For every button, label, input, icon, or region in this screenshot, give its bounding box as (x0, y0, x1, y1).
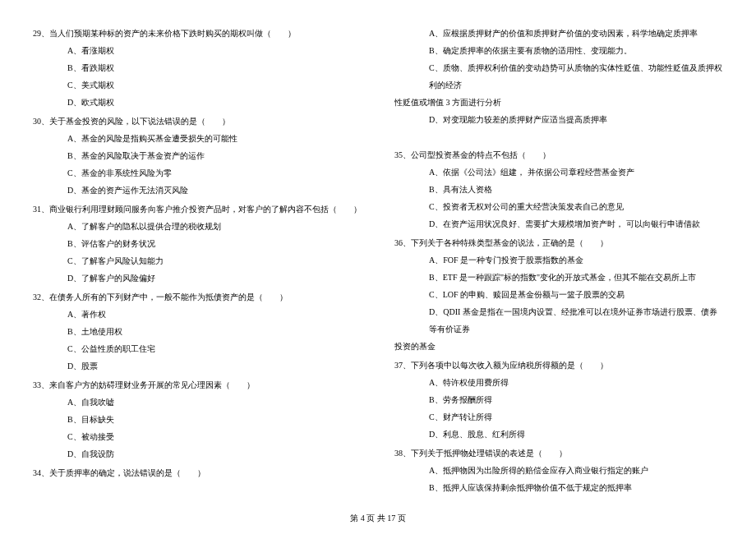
q32-opt-b: B、土地使用权 (33, 323, 362, 340)
left-column: 29、当人们预期某种标的资产的未来价格下跌时购买的期权叫做（ ） A、看涨期权 … (33, 25, 362, 501)
right-column: A、应根据质押财产的价值和质押财产价值的变动因素，科学地确定质押率 B、确定质押… (394, 25, 723, 501)
q35-opt-a: A、依据《公司法》组建， 并依据公司章程经营基金资产 (394, 163, 723, 181)
q30-text: 30、关于基金投资的风险，以下说法错误的是（ ） (33, 113, 362, 130)
q29-opt-c: C、美式期权 (33, 76, 362, 94)
q35-text: 35、公司型投资基金的特点不包括（ ） (394, 146, 723, 163)
spacer (394, 130, 723, 146)
q33-opt-c: C、被动接受 (33, 428, 362, 445)
q32-opt-c: C、公益性质的职工住宅 (33, 340, 362, 357)
q33-opt-a: A、自我吹嘘 (33, 394, 362, 411)
q36-opt-d: D、QDII 基金是指在一国境内设置、经批准可以在境外证券市场进行股票、债券等有… (394, 303, 723, 338)
content-columns: 29、当人们预期某种标的资产的未来价格下跌时购买的期权叫做（ ） A、看涨期权 … (33, 25, 723, 501)
q37-opt-a: A、特许权使用费所得 (394, 374, 723, 391)
q31-opt-a: A、了解客户的隐私以提供合理的税收规划 (33, 218, 362, 235)
q31-opt-b: B、评估客户的财务状况 (33, 235, 362, 252)
q34-opt-a: A、应根据质押财产的价值和质押财产价值的变动因素，科学地确定质押率 (394, 25, 723, 42)
q36-opt-d-cont: 投资的基金 (394, 338, 723, 355)
q31-text: 31、商业银行利用理财顾问服务向客户推介投资产品时，对客户的了解内容不包括（ ） (33, 200, 362, 218)
q33-opt-d: D、自我设防 (33, 445, 362, 463)
question-29: 29、当人们预期某种标的资产的未来价格下跌时购买的期权叫做（ ） A、看涨期权 … (33, 25, 362, 111)
q38-opt-a: A、抵押物因为出险所得的赔偿金应存入商业银行指定的账户 (394, 462, 723, 479)
q36-text: 36、下列关于各种特殊类型基金的说法，正确的是（ ） (394, 234, 723, 251)
q34-opt-b: B、确定质押率的依据主要有质物的适用性、变现能力。 (394, 42, 723, 59)
q37-opt-b: B、劳务报酬所得 (394, 391, 723, 408)
q31-opt-d: D、了解客户的风险偏好 (33, 269, 362, 287)
question-31: 31、商业银行利用理财顾问服务向客户推介投资产品时，对客户的了解内容不包括（ ）… (33, 200, 362, 287)
question-36: 36、下列关于各种特殊类型基金的说法，正确的是（ ） A、FOF 是一种专门投资… (394, 234, 723, 355)
question-34: 34、关于质押率的确定，说法错误的是（ ） (33, 464, 362, 481)
q34-opt-c-cont: 性贬值或增值 3 方面进行分析 (394, 94, 723, 111)
q34-text: 34、关于质押率的确定，说法错误的是（ ） (33, 464, 362, 481)
q35-opt-d: D、在资产运用状况良好、需要扩大规模增加资产时， 可以向银行申请借款 (394, 215, 723, 232)
q29-opt-d: D、欧式期权 (33, 94, 362, 111)
q36-opt-b: B、ETF 是一种跟踪"标的指数"变化的开放式基金，但其不能在交易所上市 (394, 269, 723, 286)
q35-opt-b: B、具有法人资格 (394, 181, 723, 198)
q34-opt-d: D、对变现能力较差的质押财产应适当提高质押率 (394, 111, 723, 128)
q32-opt-d: D、股票 (33, 357, 362, 375)
q37-text: 37、下列各项中以每次收入额为应纳税所得额的是（ ） (394, 357, 723, 374)
question-37: 37、下列各项中以每次收入额为应纳税所得额的是（ ） A、特许权使用费所得 B、… (394, 357, 723, 443)
q29-text: 29、当人们预期某种标的资产的未来价格下跌时购买的期权叫做（ ） (33, 25, 362, 42)
question-35: 35、公司型投资基金的特点不包括（ ） A、依据《公司法》组建， 并依据公司章程… (394, 146, 723, 232)
q30-opt-a: A、基金的风险是指购买基金遭受损失的可能性 (33, 130, 362, 147)
q36-opt-a: A、FOF 是一种专门投资于股票指数的基金 (394, 251, 723, 269)
q33-opt-b: B、目标缺失 (33, 411, 362, 428)
question-33: 33、来自客户方的妨碍理财业务开展的常见心理因素（ ） A、自我吹嘘 B、目标缺… (33, 376, 362, 463)
q30-opt-d: D、基金的资产运作无法消灭风险 (33, 182, 362, 199)
question-30: 30、关于基金投资的风险，以下说法错误的是（ ） A、基金的风险是指购买基金遭受… (33, 113, 362, 199)
q33-text: 33、来自客户方的妨碍理财业务开展的常见心理因素（ ） (33, 376, 362, 394)
q37-opt-c: C、财产转让所得 (394, 408, 723, 426)
q29-opt-a: A、看涨期权 (33, 42, 362, 59)
q29-opt-b: B、看跌期权 (33, 59, 362, 76)
q30-opt-b: B、基金的风险取决于基金资产的运作 (33, 147, 362, 164)
q36-opt-c: C、LOF 的申购、赎回是基金份额与一篮子股票的交易 (394, 286, 723, 303)
q37-opt-d: D、利息、股息、红利所得 (394, 426, 723, 443)
question-32: 32、在债务人所有的下列财产中，一般不能作为抵债资产的是（ ） A、著作权 B、… (33, 288, 362, 375)
q32-opt-a: A、著作权 (33, 306, 362, 323)
q35-opt-c: C、投资者无权对公司的重大经营决策发表自己的意见 (394, 198, 723, 215)
q34-opt-c: C、质物、质押权利价值的变动趋势可从质物的实体性贬值、功能性贬值及质押权利的经济 (394, 59, 723, 94)
question-38: 38、下列关于抵押物处理错误的表述是（ ） A、抵押物因为出险所得的赔偿金应存入… (394, 444, 723, 496)
page-footer: 第 4 页 共 17 页 (0, 513, 756, 524)
q32-text: 32、在债务人所有的下列财产中，一般不能作为抵债资产的是（ ） (33, 288, 362, 306)
q31-opt-c: C、了解客户风险认知能力 (33, 252, 362, 269)
q38-text: 38、下列关于抵押物处理错误的表述是（ ） (394, 444, 723, 462)
question-34-cont: A、应根据质押财产的价值和质押财产价值的变动因素，科学地确定质押率 B、确定质押… (394, 25, 723, 128)
q38-opt-b: B、抵押人应该保持剩余抵押物价值不低于规定的抵押率 (394, 479, 723, 496)
q30-opt-c: C、基金的非系统性风险为零 (33, 164, 362, 182)
